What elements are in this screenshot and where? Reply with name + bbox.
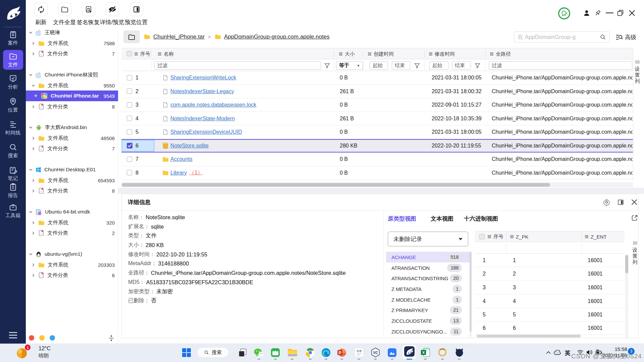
svg-text:P: P xyxy=(338,351,341,355)
svg-text:VC: VC xyxy=(373,351,378,355)
svg-text:石墨: 石墨 xyxy=(357,350,362,353)
